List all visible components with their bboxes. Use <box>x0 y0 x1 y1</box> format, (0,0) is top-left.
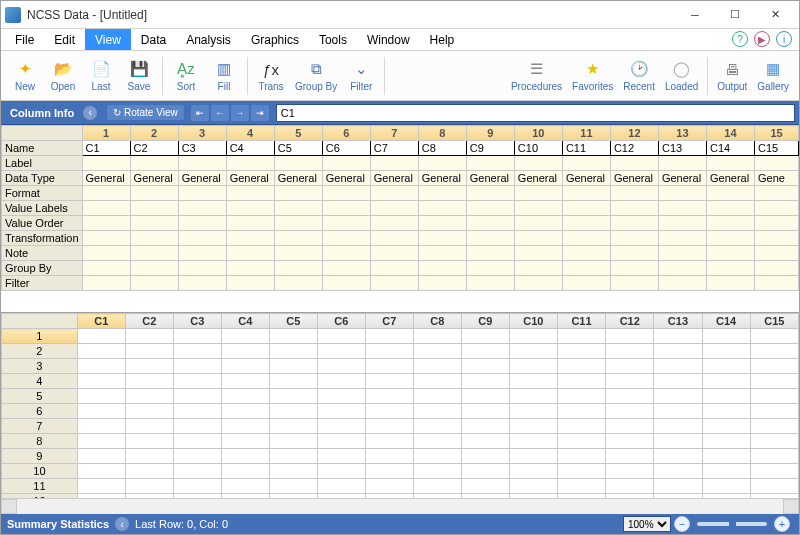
data-cell[interactable] <box>365 464 413 479</box>
data-row-header[interactable]: 3 <box>2 359 78 374</box>
data-cell[interactable] <box>654 344 702 359</box>
zoom-in-button[interactable]: + <box>774 516 790 532</box>
nav-first-icon[interactable]: ⇤ <box>191 105 209 121</box>
data-cell[interactable] <box>125 449 173 464</box>
column-number-header[interactable]: 5 <box>274 126 322 141</box>
info-cell[interactable] <box>130 216 178 231</box>
data-cell[interactable] <box>461 419 509 434</box>
data-cell[interactable] <box>365 404 413 419</box>
info-cell[interactable] <box>466 186 514 201</box>
data-row-header[interactable]: 11 <box>2 479 78 494</box>
info-cell[interactable] <box>370 201 418 216</box>
data-cell[interactable] <box>173 449 221 464</box>
info-cell[interactable] <box>466 231 514 246</box>
menu-file[interactable]: File <box>5 29 44 50</box>
info-cell[interactable] <box>706 156 754 171</box>
menu-view[interactable]: View <box>85 29 131 50</box>
data-cell[interactable] <box>461 374 509 389</box>
info-cell[interactable] <box>82 261 130 276</box>
data-cell[interactable] <box>654 434 702 449</box>
data-cell[interactable] <box>77 449 125 464</box>
info-cell[interactable] <box>706 201 754 216</box>
data-cell[interactable] <box>77 479 125 494</box>
info-cell[interactable] <box>418 156 466 171</box>
column-info-grid[interactable]: 123456789101112131415NameC1C2C3C4C5C6C7C… <box>1 125 799 313</box>
data-cell[interactable] <box>509 464 557 479</box>
info-cell[interactable] <box>418 216 466 231</box>
data-cell[interactable] <box>750 494 798 499</box>
data-cell[interactable] <box>461 494 509 499</box>
info-cell[interactable] <box>658 276 706 291</box>
data-cell[interactable] <box>509 419 557 434</box>
info-cell[interactable] <box>130 261 178 276</box>
zoom-slider[interactable] <box>697 522 767 526</box>
zoom-thumb[interactable] <box>729 518 736 530</box>
row-header-label[interactable]: Label <box>2 156 83 171</box>
info-cell[interactable] <box>82 216 130 231</box>
info-cell[interactable] <box>514 201 562 216</box>
row-header-transformation[interactable]: Transformation <box>2 231 83 246</box>
info-cell[interactable] <box>610 246 658 261</box>
info-cell[interactable]: General <box>82 171 130 186</box>
data-cell[interactable] <box>269 419 317 434</box>
toolbar-last-button[interactable]: 📄Last <box>83 54 119 98</box>
info-cell[interactable] <box>466 246 514 261</box>
data-cell[interactable] <box>317 419 365 434</box>
data-cell[interactable] <box>269 434 317 449</box>
data-cell[interactable] <box>221 494 269 499</box>
data-cell[interactable] <box>606 464 654 479</box>
info-cell[interactable] <box>178 261 226 276</box>
data-cell[interactable] <box>173 329 221 344</box>
info-cell[interactable] <box>274 276 322 291</box>
data-cell[interactable] <box>557 449 605 464</box>
toolbar-sort-button[interactable]: A͓zSort <box>168 54 204 98</box>
info-cell[interactable]: C6 <box>322 141 370 156</box>
info-cell[interactable] <box>418 201 466 216</box>
data-cell[interactable] <box>317 479 365 494</box>
data-cell[interactable] <box>702 374 750 389</box>
menu-analysis[interactable]: Analysis <box>176 29 241 50</box>
rotate-view-button[interactable]: ↻ Rotate View <box>107 105 184 120</box>
info-cell[interactable] <box>755 216 799 231</box>
data-cell[interactable] <box>269 449 317 464</box>
data-cell[interactable] <box>702 449 750 464</box>
data-cell[interactable] <box>557 464 605 479</box>
data-cell[interactable] <box>702 419 750 434</box>
row-header-name[interactable]: Name <box>2 141 83 156</box>
data-cell[interactable] <box>606 449 654 464</box>
info-cell[interactable] <box>370 231 418 246</box>
data-col-header[interactable]: C8 <box>413 314 461 329</box>
menu-data[interactable]: Data <box>131 29 176 50</box>
data-col-header[interactable]: C11 <box>557 314 605 329</box>
data-cell[interactable] <box>173 464 221 479</box>
data-cell[interactable] <box>654 389 702 404</box>
info-cell[interactable] <box>322 246 370 261</box>
toolbar-output-button[interactable]: 🖶Output <box>713 54 751 98</box>
info-cell[interactable] <box>370 246 418 261</box>
info-cell[interactable] <box>226 261 274 276</box>
data-row-header[interactable]: 8 <box>2 434 78 449</box>
data-cell[interactable] <box>413 329 461 344</box>
data-cell[interactable] <box>606 419 654 434</box>
row-header-note[interactable]: Note <box>2 246 83 261</box>
info-cell[interactable] <box>322 156 370 171</box>
data-cell[interactable] <box>221 464 269 479</box>
data-cell[interactable] <box>606 374 654 389</box>
data-cell[interactable] <box>317 449 365 464</box>
data-cell[interactable] <box>557 494 605 499</box>
info-cell[interactable] <box>514 231 562 246</box>
info-cell[interactable] <box>178 246 226 261</box>
column-number-header[interactable]: 2 <box>130 126 178 141</box>
data-col-header[interactable]: C6 <box>317 314 365 329</box>
toolbar-filter-button[interactable]: ⌄Filter <box>343 54 379 98</box>
data-cell[interactable] <box>413 389 461 404</box>
data-cell[interactable] <box>269 464 317 479</box>
data-cell[interactable] <box>461 464 509 479</box>
data-cell[interactable] <box>173 404 221 419</box>
data-col-header[interactable]: C9 <box>461 314 509 329</box>
data-cell[interactable] <box>654 329 702 344</box>
cell-reference-input[interactable] <box>276 104 795 122</box>
data-col-header[interactable]: C10 <box>509 314 557 329</box>
info-cell[interactable] <box>226 201 274 216</box>
data-cell[interactable] <box>221 419 269 434</box>
